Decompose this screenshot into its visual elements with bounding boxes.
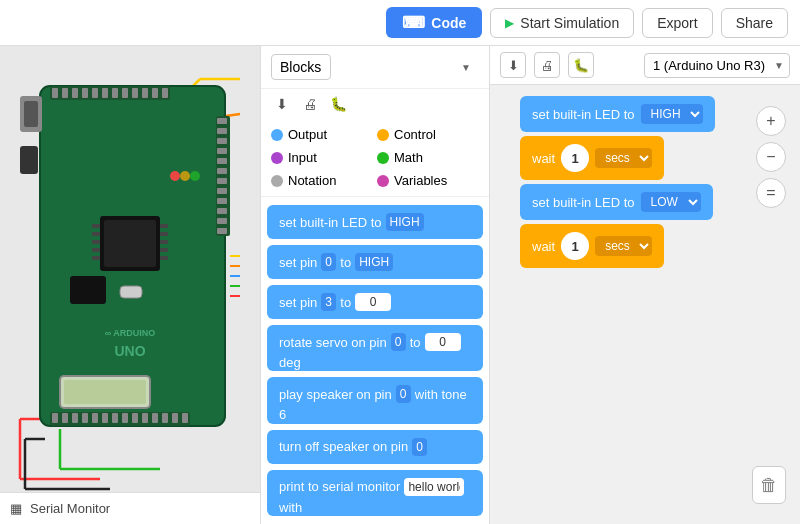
svg-rect-69 — [120, 286, 142, 298]
device-select[interactable]: 1 (Arduino Uno R3) — [644, 53, 790, 78]
zoom-out-button[interactable]: − — [756, 142, 786, 172]
svg-rect-32 — [82, 413, 88, 423]
arduino-board-svg: ∞ ARDUINO UNO — [20, 76, 240, 436]
svg-rect-62 — [92, 256, 100, 260]
workspace-blocks: set built-in LED to HIGH wait 1 secs set… — [520, 96, 715, 268]
blocks-toolbar: ⬇ 🖨 🐛 — [261, 89, 489, 119]
svg-rect-58 — [92, 224, 100, 228]
ws-block-wait-1[interactable]: wait 1 secs — [520, 136, 664, 180]
svg-rect-49 — [217, 168, 227, 174]
svg-rect-23 — [122, 88, 128, 98]
block-set-pin-num[interactable]: set pin 3 to — [267, 285, 483, 319]
board-panel: ∞ ARDUINO UNO ▦ Serial Monitor — [0, 46, 260, 524]
svg-rect-59 — [92, 232, 100, 236]
ws-download-icon[interactable]: ⬇ — [500, 52, 526, 78]
category-input[interactable]: Input — [271, 148, 373, 167]
pin-value-select-1[interactable]: HIGH — [355, 253, 393, 271]
pin-select-1[interactable]: 0 — [321, 253, 336, 271]
block-print-serial[interactable]: print to serial monitor with — [267, 470, 483, 516]
code-icon: ⌨ — [402, 13, 425, 32]
trash-button[interactable]: 🗑 — [752, 466, 786, 504]
svg-rect-16 — [52, 88, 58, 98]
serial-icon: ▦ — [10, 501, 22, 516]
workspace-top: ⬇ 🖨 🐛 1 (Arduino Uno R3) — [490, 46, 800, 85]
debug-icon[interactable]: 🐛 — [327, 93, 349, 115]
pin-select-2[interactable]: 3 — [321, 293, 336, 311]
ws-wait-2-unit[interactable]: secs — [595, 236, 652, 256]
zoom-fit-icon: = — [766, 184, 775, 202]
ws-led-low-select[interactable]: LOW — [641, 192, 701, 212]
workspace: ⬇ 🖨 🐛 1 (Arduino Uno R3) set built-in LE… — [490, 46, 800, 524]
zoom-in-button[interactable]: + — [756, 106, 786, 136]
blocks-dropdown[interactable]: Blocks Code — [271, 54, 331, 80]
serial-text-input[interactable] — [404, 478, 464, 496]
download-icon[interactable]: ⬇ — [271, 93, 293, 115]
block-turn-off-speaker[interactable]: turn off speaker on pin 0 — [267, 430, 483, 464]
zoom-in-icon: + — [766, 112, 775, 130]
print-icon[interactable]: 🖨 — [299, 93, 321, 115]
blocks-select-wrap[interactable]: Blocks Code — [271, 54, 479, 80]
code-button[interactable]: ⌨ Code — [386, 7, 482, 38]
svg-rect-53 — [217, 208, 227, 214]
category-output[interactable]: Output — [271, 125, 373, 144]
svg-rect-44 — [217, 118, 227, 124]
main-toolbar: ⌨ Code ▶ Start Simulation Export Share — [0, 0, 800, 46]
svg-rect-42 — [182, 413, 188, 423]
pin-value-input[interactable] — [355, 293, 391, 311]
ws-wait-2-value: 1 — [561, 232, 589, 260]
share-label: Share — [736, 15, 773, 31]
svg-rect-61 — [92, 248, 100, 252]
sim-label: Start Simulation — [520, 15, 619, 31]
share-button[interactable]: Share — [721, 8, 788, 38]
zoom-fit-button[interactable]: = — [756, 178, 786, 208]
block-set-led[interactable]: set built-in LED to HIGHLOW — [267, 205, 483, 239]
ws-block-set-led-high[interactable]: set built-in LED to HIGH — [520, 96, 715, 132]
svg-rect-30 — [62, 413, 68, 423]
ws-block-set-led-low[interactable]: set built-in LED to LOW — [520, 184, 713, 220]
svg-rect-18 — [72, 88, 78, 98]
svg-rect-54 — [217, 218, 227, 224]
serial-monitor-label: Serial Monitor — [30, 501, 110, 516]
start-simulation-button[interactable]: ▶ Start Simulation — [490, 8, 634, 38]
servo-angle-input[interactable] — [425, 333, 461, 351]
svg-rect-68 — [70, 276, 106, 304]
svg-rect-60 — [92, 240, 100, 244]
svg-rect-13 — [24, 101, 38, 127]
main-area: ∞ ARDUINO UNO ▦ Serial Monitor Block — [0, 46, 800, 524]
blocks-header: Blocks Code — [261, 46, 489, 89]
svg-rect-24 — [132, 88, 138, 98]
speaker-pin-select[interactable]: 0 — [396, 385, 411, 403]
svg-rect-20 — [92, 88, 98, 98]
led-value-select[interactable]: HIGHLOW — [386, 213, 424, 231]
ws-print-icon[interactable]: 🖨 — [534, 52, 560, 78]
ws-wait-1-unit[interactable]: secs — [595, 148, 652, 168]
device-select-wrap[interactable]: 1 (Arduino Uno R3) — [644, 53, 790, 78]
category-control[interactable]: Control — [377, 125, 479, 144]
svg-rect-29 — [52, 413, 58, 423]
block-set-pin-high[interactable]: set pin 0 to HIGH — [267, 245, 483, 279]
ws-debug-icon[interactable]: 🐛 — [568, 52, 594, 78]
play-icon: ▶ — [505, 16, 514, 30]
svg-rect-47 — [217, 148, 227, 154]
category-notation[interactable]: Notation — [271, 171, 373, 190]
board-canvas: ∞ ARDUINO UNO — [0, 46, 260, 492]
serial-monitor-bar[interactable]: ▦ Serial Monitor — [0, 492, 260, 524]
svg-rect-17 — [62, 88, 68, 98]
svg-rect-35 — [112, 413, 118, 423]
zoom-out-icon: − — [766, 148, 775, 166]
category-math[interactable]: Math — [377, 148, 479, 167]
category-variables[interactable]: Variables — [377, 171, 479, 190]
svg-rect-57 — [104, 220, 156, 267]
svg-rect-21 — [102, 88, 108, 98]
export-button[interactable]: Export — [642, 8, 712, 38]
svg-rect-41 — [172, 413, 178, 423]
block-rotate-servo[interactable]: rotate servo on pin 0 to deg — [267, 325, 483, 371]
svg-rect-31 — [72, 413, 78, 423]
blocks-panel: Blocks Code ⬇ 🖨 🐛 Output Control Inp — [260, 46, 490, 524]
ws-led-high-select[interactable]: HIGH — [641, 104, 703, 124]
servo-pin-select[interactable]: 0 — [391, 333, 406, 351]
block-play-speaker[interactable]: play speaker on pin 0 with tone 6 — [267, 377, 483, 423]
ws-block-wait-2[interactable]: wait 1 secs — [520, 224, 664, 268]
svg-rect-46 — [217, 138, 227, 144]
speaker-off-pin-select[interactable]: 0 — [412, 438, 427, 456]
